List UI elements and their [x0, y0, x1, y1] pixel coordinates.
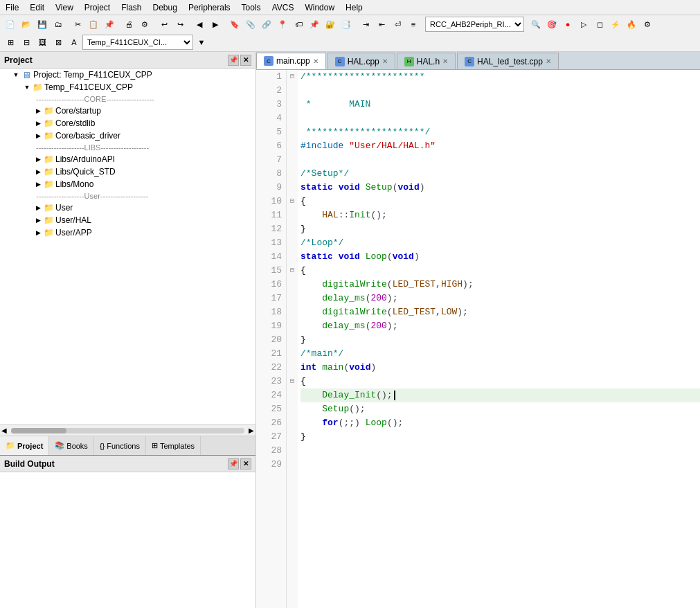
tree-item-root[interactable]: ▼ 🖥 Project: Temp_F411CEUX_CPP [0, 69, 255, 81]
save-all-button[interactable]: 🗂 [51, 17, 66, 32]
editor-tab-maincpp[interactable]: C main.cpp ✕ [256, 53, 326, 69]
bookmark-btn3[interactable]: 🔗 [259, 17, 274, 32]
hscroll-thumb[interactable] [11, 428, 66, 433]
settings-btn[interactable]: ⚙ [640, 17, 655, 32]
tab-close-main[interactable]: ✕ [313, 57, 318, 65]
tree-item-temp[interactable]: ▼ 📁 Temp_F411CEUX_CPP [0, 81, 255, 93]
menu-view[interactable]: View [50, 1, 79, 14]
menu-tools[interactable]: Tools [236, 1, 267, 14]
tab-templates[interactable]: ⊞ Templates [146, 436, 201, 455]
toggle-quick[interactable]: ▶ [33, 167, 43, 177]
open-button[interactable]: 📂 [19, 17, 34, 32]
filter-btn[interactable]: ▼ [194, 35, 209, 50]
hscroll-track[interactable] [11, 428, 244, 433]
menu-flash[interactable]: Flash [116, 1, 147, 14]
hscroll-left[interactable]: ◀ [0, 427, 8, 434]
build-panel-pin[interactable]: 📌 [228, 458, 239, 470]
toggle-user[interactable]: ▶ [33, 203, 43, 213]
indent-btn[interactable]: ⇥ [358, 17, 373, 32]
tree-item-userapp[interactable]: ▶ 📁 User/APP [0, 226, 255, 239]
menu-file[interactable]: File [0, 1, 24, 14]
tree-item-stdlib[interactable]: ▶ 📁 Core/stdlib [0, 117, 255, 129]
flash-btn[interactable]: ⚡ [608, 17, 623, 32]
run-btn[interactable]: ▷ [576, 17, 591, 32]
tree-item-mono[interactable]: ▶ 📁 Libs/Mono [0, 178, 255, 190]
toggle-basic[interactable]: ▶ [33, 131, 43, 141]
tab-close-halcpp[interactable]: ✕ [382, 57, 388, 65]
menu-window[interactable]: Window [299, 1, 340, 14]
align-btn[interactable]: ≡ [406, 17, 421, 32]
code-content[interactable]: /********************** * MAIN *********… [298, 70, 700, 608]
nav-fwd[interactable]: ▶ [208, 17, 223, 32]
fold-1[interactable]: ⊟ [287, 70, 298, 84]
grid-btn[interactable]: ⊟ [19, 35, 34, 50]
panel-pin-btn[interactable]: 📌 [228, 55, 239, 66]
redo-button[interactable]: ↪ [172, 17, 188, 32]
tab-close-halh[interactable]: ✕ [442, 57, 448, 65]
undo-button[interactable]: ↩ [156, 17, 172, 32]
project-tree[interactable]: ▼ 🖥 Project: Temp_F411CEUX_CPP ▼ 📁 Temp_… [0, 69, 255, 424]
toggle-arduino[interactable]: ▶ [33, 154, 43, 164]
bookmark-btn6[interactable]: 📌 [307, 17, 322, 32]
toggle-userapp[interactable]: ▶ [33, 228, 43, 238]
toggle-temp[interactable]: ▼ [22, 82, 32, 92]
code-editor[interactable]: 12345 678910 1112131415 1617181920 21222… [256, 70, 700, 608]
tab-close-halledtest[interactable]: ✕ [546, 57, 551, 65]
bookmark-btn[interactable]: 🔖 [227, 17, 242, 32]
view-btn[interactable]: ⊞ [3, 35, 18, 50]
bookmark-btn8[interactable]: 📑 [339, 17, 354, 32]
build-panel-close[interactable]: ✕ [240, 458, 251, 470]
target-btn[interactable]: 🎯 [544, 17, 559, 32]
fold-15[interactable]: ⊟ [287, 264, 298, 278]
rcc-dropdown[interactable]: RCC_AHB2Periph_RI... [425, 17, 524, 32]
menu-avcs[interactable]: AVCS [267, 1, 300, 14]
hscroll-right[interactable]: ▶ [247, 427, 255, 434]
tb2-btn[interactable]: ⊠ [51, 35, 66, 50]
tb2-label-btn[interactable]: A [66, 35, 82, 50]
icon-btn[interactable]: 🖼 [35, 35, 50, 50]
copy-button[interactable]: 📋 [86, 17, 101, 32]
bookmark-btn4[interactable]: 📍 [275, 17, 290, 32]
panel-close-btn[interactable]: ✕ [240, 55, 251, 66]
tree-item-basic[interactable]: ▶ 📁 Core/basic_driver [0, 129, 255, 142]
stop-btn[interactable]: ◻ [592, 17, 607, 32]
toggle-userhal[interactable]: ▶ [33, 215, 43, 225]
print-button[interactable]: 🖨 [121, 17, 136, 32]
tab-project[interactable]: 📁 Project [0, 436, 49, 455]
toggle-root[interactable]: ▼ [11, 70, 21, 80]
wrap-btn[interactable]: ⏎ [390, 17, 405, 32]
tree-item-quick[interactable]: ▶ 📁 Libs/Quick_STD [0, 166, 255, 178]
editor-tab-halh[interactable]: H HAL.h ✕ [397, 53, 456, 69]
tree-item-user[interactable]: ▶ 📁 User [0, 202, 255, 214]
menu-edit[interactable]: Edit [24, 1, 50, 14]
cut-button[interactable]: ✂ [70, 17, 85, 32]
menu-project[interactable]: Project [79, 1, 116, 14]
tree-hscroll[interactable]: ◀ ▶ [0, 424, 255, 436]
toggle-startup[interactable]: ▶ [33, 106, 43, 116]
nav-back[interactable]: ◀ [192, 17, 207, 32]
tree-item-arduino[interactable]: ▶ 📁 Libs/ArduinoAPI [0, 153, 255, 166]
toggle-stdlib[interactable]: ▶ [33, 118, 43, 128]
tab-books[interactable]: 📚 Books [49, 436, 94, 455]
search-btn[interactable]: 🔍 [528, 17, 544, 32]
fold-23[interactable]: ⊟ [287, 375, 298, 388]
editor-tab-halcpp[interactable]: C HAL.cpp ✕ [327, 53, 395, 69]
menu-help[interactable]: Help [340, 1, 368, 14]
tb-btn-2[interactable]: ⚙ [137, 17, 152, 32]
fold-10[interactable]: ⊟ [287, 195, 298, 208]
bookmark-btn2[interactable]: 📎 [243, 17, 258, 32]
bookmark-btn7[interactable]: 🔐 [323, 17, 338, 32]
debug-btn[interactable]: ● [560, 17, 575, 32]
paste-button[interactable]: 📌 [102, 17, 117, 32]
editor-tab-halledtest[interactable]: C HAL_led_test.cpp ✕ [457, 53, 559, 69]
tab-functions[interactable]: {} Functions [94, 436, 146, 455]
save-button[interactable]: 💾 [35, 17, 50, 32]
outdent-btn[interactable]: ⇤ [374, 17, 389, 32]
new-button[interactable]: 📄 [3, 17, 18, 32]
flash-btn2[interactable]: 🔥 [624, 17, 639, 32]
tree-item-userhal[interactable]: ▶ 📁 User/HAL [0, 214, 255, 226]
menu-peripherals[interactable]: Peripherals [183, 1, 236, 14]
toggle-mono[interactable]: ▶ [33, 179, 43, 189]
project-dropdown[interactable]: Temp_F411CEUX_CI... [82, 35, 193, 50]
bookmark-btn5[interactable]: 🏷 [291, 17, 306, 32]
